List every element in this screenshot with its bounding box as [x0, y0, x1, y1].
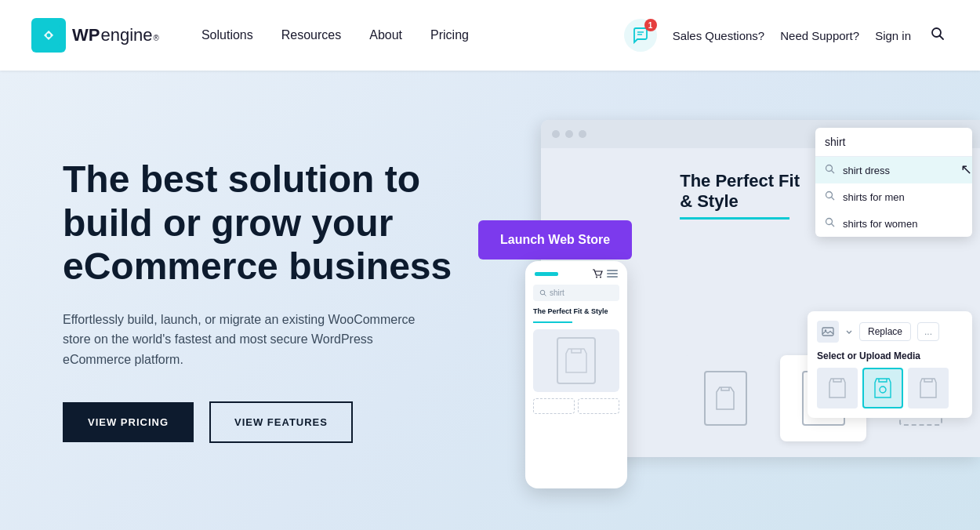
media-upload-panel: Replace ... Select or Upload Media [808, 311, 972, 418]
search-result-2[interactable]: shirts for women [815, 210, 972, 237]
svg-line-19 [544, 294, 546, 296]
logo-engine: engine [100, 25, 152, 45]
media-more-button[interactable]: ... [917, 322, 939, 341]
phone-product-underline [533, 321, 572, 323]
cursor-arrow: ↖ [960, 161, 972, 178]
browser-dot-1 [552, 130, 560, 138]
svg-line-7 [832, 171, 835, 174]
need-support-link[interactable]: Need Support? [780, 29, 859, 42]
phone-cart-icon [592, 269, 603, 278]
hero-illustration: The Perfect Fit & Style shirt shirt dres… [494, 104, 980, 496]
media-thumb-2[interactable] [862, 368, 903, 408]
product-image-1 [704, 371, 747, 426]
svg-point-15 [880, 387, 886, 393]
phone-mockup: shirt The Perfect Fit & Style [525, 261, 627, 488]
hero-buttons: VIEW PRICING VIEW FEATURES [63, 401, 502, 443]
phone-top-bar [533, 269, 619, 278]
browser-dot-3 [579, 130, 586, 138]
phone-icons [592, 269, 618, 278]
media-chevron-icon [845, 328, 853, 336]
svg-point-8 [826, 192, 833, 198]
media-img-icon [817, 321, 839, 343]
phone-bottom-dashes [533, 398, 619, 414]
chat-badge: 1 [644, 19, 657, 31]
svg-line-11 [832, 224, 835, 227]
product-underline [680, 217, 789, 220]
nav-pricing[interactable]: Pricing [419, 22, 480, 49]
svg-rect-13 [822, 328, 833, 336]
main-nav: Solutions Resources About Pricing [191, 22, 480, 49]
logo-trademark: ® [154, 34, 159, 42]
phone-product-title: The Perfect Fit & Style [533, 307, 619, 317]
header-right: 1 Sales Questions? Need Support? Sign in [624, 19, 949, 52]
phone-dash-2 [578, 398, 619, 414]
media-replace-button[interactable]: Replace [859, 322, 911, 341]
media-thumb-3[interactable] [908, 368, 949, 408]
media-thumb-1[interactable] [817, 368, 858, 408]
hero-content: The best solution to build or grow your … [63, 158, 502, 442]
search-dropdown: shirt shirt dress ↖ shirts for men [815, 128, 972, 237]
search-icon[interactable] [927, 23, 949, 48]
chat-button[interactable]: 1 [624, 19, 657, 52]
view-pricing-button[interactable]: VIEW PRICING [63, 402, 194, 442]
svg-point-1 [47, 34, 51, 38]
media-toolbar: Replace ... [817, 321, 963, 343]
nav-solutions[interactable]: Solutions [191, 22, 264, 49]
svg-line-5 [940, 36, 944, 40]
svg-point-16 [596, 277, 597, 278]
logo-text: WP engine ® [72, 25, 159, 45]
browser-product-heading: The Perfect Fit & Style [680, 171, 800, 220]
logo-icon [31, 18, 66, 53]
nav-about[interactable]: About [358, 22, 413, 49]
search-input-value[interactable]: shirt [815, 128, 972, 157]
phone-search-bar[interactable]: shirt [533, 285, 619, 301]
phone-logo-bar [535, 272, 558, 276]
svg-line-9 [832, 198, 835, 201]
svg-point-18 [540, 290, 545, 295]
product-card-1 [682, 355, 769, 441]
logo[interactable]: WP engine ® [31, 18, 159, 53]
phone-dash-1 [533, 398, 575, 414]
header: WP engine ® Solutions Resources About Pr… [0, 0, 980, 71]
phone-menu-icon [607, 270, 618, 278]
phone-product-image [533, 329, 619, 392]
sales-questions-link[interactable]: Sales Questions? [673, 29, 765, 42]
product-heading-text: The Perfect Fit & Style [680, 171, 800, 212]
browser-dot-2 [565, 130, 573, 138]
view-features-button[interactable]: VIEW FEATURES [209, 401, 353, 443]
media-upload-label: Select or Upload Media [817, 350, 963, 361]
sign-in-link[interactable]: Sign in [875, 29, 911, 42]
header-left: WP engine ® Solutions Resources About Pr… [31, 18, 480, 53]
hero-subtitle: Effortlessly build, launch, or migrate a… [63, 310, 423, 370]
hero-section: The best solution to build or grow your … [0, 71, 980, 530]
nav-resources[interactable]: Resources [270, 22, 352, 49]
svg-point-10 [826, 219, 833, 225]
svg-point-17 [600, 277, 601, 278]
svg-point-6 [826, 165, 833, 172]
search-result-0[interactable]: shirt dress ↖ [815, 157, 972, 183]
search-icon-0 [825, 164, 835, 176]
media-thumbnails [817, 368, 963, 408]
hero-title: The best solution to build or grow your … [63, 158, 502, 288]
phone-image-placeholder [557, 337, 596, 384]
search-icon-1 [825, 191, 835, 203]
search-icon-2 [825, 217, 835, 230]
search-result-1[interactable]: shirts for men [815, 183, 972, 210]
logo-wp: WP [72, 25, 100, 45]
